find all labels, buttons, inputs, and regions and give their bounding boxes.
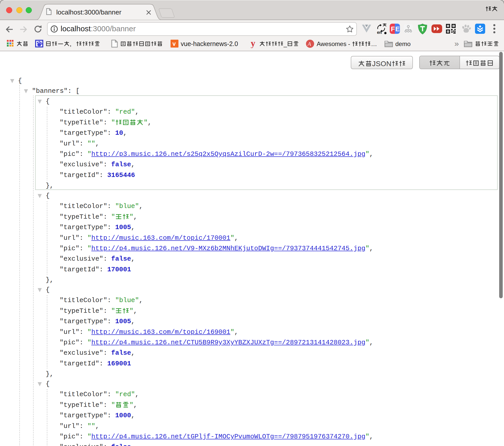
svg-text:y: y [251, 39, 255, 48]
svg-text:F: F [391, 25, 395, 33]
svg-text:A: A [307, 41, 311, 47]
svg-text:v: v [173, 40, 176, 47]
svg-text:en: en [377, 30, 382, 35]
svg-text:E: E [395, 25, 400, 33]
